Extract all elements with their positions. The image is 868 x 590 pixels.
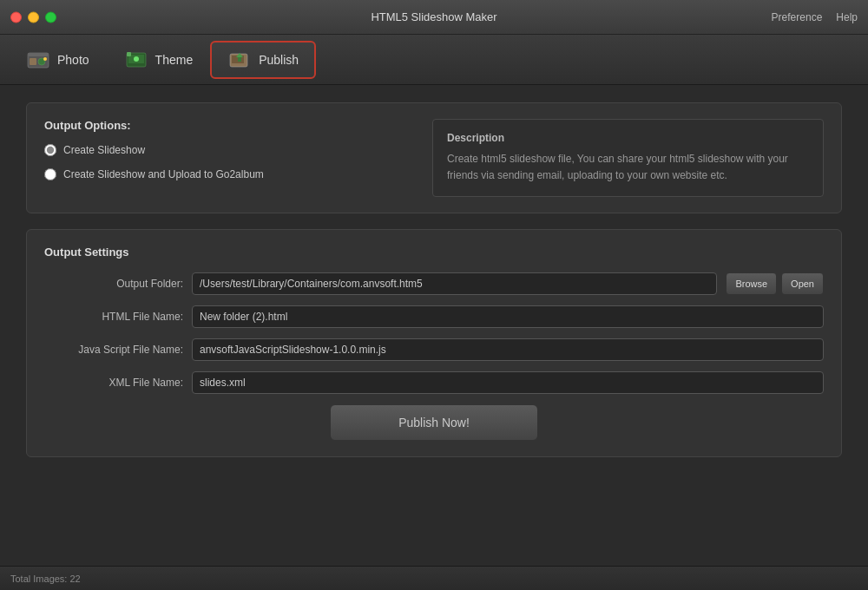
description-text: Create html5 slideshow file, You can sha… xyxy=(447,151,809,184)
radio-item-create[interactable]: Create Slideshow xyxy=(44,144,406,156)
radio-create-slideshow[interactable] xyxy=(44,144,56,156)
output-folder-label: Output Folder: xyxy=(44,278,183,290)
html-file-row: HTML File Name: xyxy=(44,305,824,328)
theme-icon xyxy=(124,48,148,72)
description-box: Description Create html5 slideshow file,… xyxy=(432,119,824,197)
publish-now-button[interactable]: Publish Now! xyxy=(330,404,538,441)
xml-file-input[interactable] xyxy=(192,371,824,394)
tab-photo[interactable]: Photo xyxy=(9,41,107,79)
output-options-panel: Output Options: Create Slideshow Create … xyxy=(26,102,842,213)
output-folder-row: Output Folder: Browse Open xyxy=(44,272,824,295)
traffic-lights xyxy=(10,11,56,23)
tab-photo-label: Photo xyxy=(57,53,89,67)
open-button[interactable]: Open xyxy=(781,272,824,295)
options-layout: Output Options: Create Slideshow Create … xyxy=(44,119,824,197)
svg-rect-12 xyxy=(238,57,241,62)
status-bar: Total Images: 22 xyxy=(0,566,868,590)
svg-rect-8 xyxy=(127,52,131,56)
preference-link[interactable]: Preference xyxy=(772,11,823,23)
status-text: Total Images: 22 xyxy=(10,574,81,584)
radio-group: Create Slideshow Create Slideshow and Up… xyxy=(44,144,406,180)
publish-btn-container: Publish Now! xyxy=(44,404,824,441)
radio-create-upload[interactable] xyxy=(44,168,56,180)
tab-publish-label: Publish xyxy=(259,53,299,67)
app-title: HTML5 Slideshow Maker xyxy=(371,10,496,23)
minimize-button[interactable] xyxy=(28,11,39,23)
tab-bar: Photo Theme Publish xyxy=(0,35,868,85)
publish-icon xyxy=(227,48,252,72)
photo-icon xyxy=(26,48,50,72)
svg-point-4 xyxy=(43,57,47,61)
output-settings-panel: Output Settings Output Folder: Browse Op… xyxy=(26,229,842,457)
svg-rect-2 xyxy=(30,58,36,65)
svg-rect-1 xyxy=(28,53,49,56)
svg-point-7 xyxy=(134,56,139,62)
tab-theme[interactable]: Theme xyxy=(107,41,211,79)
html-file-label: HTML File Name: xyxy=(44,311,183,323)
title-bar: HTML5 Slideshow Maker Preference Help xyxy=(0,0,868,35)
folder-buttons: Browse Open xyxy=(726,272,824,295)
xml-file-label: XML File Name: xyxy=(44,377,183,389)
description-title: Description xyxy=(447,132,809,144)
top-nav: Preference Help xyxy=(772,11,858,23)
radio-create-slideshow-label: Create Slideshow xyxy=(63,144,145,156)
output-settings-title: Output Settings xyxy=(44,246,824,259)
html-file-input[interactable] xyxy=(192,305,824,328)
browse-button[interactable]: Browse xyxy=(726,272,777,295)
tab-theme-label: Theme xyxy=(155,53,194,67)
help-link[interactable]: Help xyxy=(836,11,858,23)
maximize-button[interactable] xyxy=(45,11,56,23)
xml-file-row: XML File Name: xyxy=(44,371,824,394)
close-button[interactable] xyxy=(10,11,22,23)
output-folder-input[interactable] xyxy=(192,272,717,295)
radio-create-upload-label: Create Slideshow and Upload to Go2album xyxy=(63,168,264,180)
output-options-title: Output Options: xyxy=(44,119,406,132)
tab-publish[interactable]: Publish xyxy=(210,41,316,79)
js-file-input[interactable] xyxy=(192,338,824,361)
js-file-row: Java Script File Name: xyxy=(44,338,824,361)
js-file-label: Java Script File Name: xyxy=(44,344,183,356)
main-content: Output Options: Create Slideshow Create … xyxy=(0,85,868,566)
radio-item-upload[interactable]: Create Slideshow and Upload to Go2album xyxy=(44,168,406,180)
